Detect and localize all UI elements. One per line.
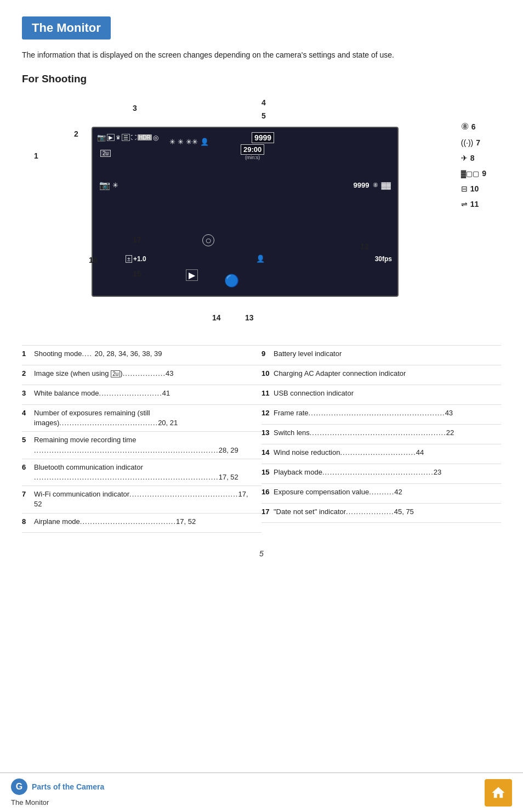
callout-15: 15 xyxy=(133,269,141,278)
callout-16: 16 xyxy=(89,256,98,264)
list-item: 8 Airplane mode.........................… xyxy=(22,513,262,533)
footer: G Parts of the Camera The Monitor xyxy=(0,772,523,812)
home-icon xyxy=(491,785,506,800)
right-panel: ⑧ 6 ((·)) 7 ✈ 8 ▓▢▢ 9 ⊟ 10 ⇌ 11 xyxy=(461,121,486,208)
callout-13: 13 xyxy=(245,313,254,322)
callout-2: 2 xyxy=(74,129,78,138)
title-bar: The Monitor xyxy=(22,16,111,40)
callout-3: 3 xyxy=(133,104,137,112)
list-item: 5 Remaining movie recording time........… xyxy=(22,431,262,458)
list-item: 4 Number of exposures remaining (still i… xyxy=(22,404,262,431)
list-item: 9 Battery level indicator xyxy=(262,345,501,365)
footer-icon: G xyxy=(11,779,27,795)
footer-section-title: The Monitor xyxy=(11,798,104,807)
page-number: 5 xyxy=(22,549,501,558)
footer-link[interactable]: Parts of the Camera xyxy=(32,782,104,791)
intro-text: The information that is displayed on the… xyxy=(22,49,501,61)
callout-1: 1 xyxy=(34,151,38,160)
list-item: 6 Bluetooth communication indicator.....… xyxy=(22,459,262,486)
list-item: 17 "Date not set" indicator.............… xyxy=(262,503,501,523)
home-button[interactable] xyxy=(485,779,512,807)
list-item: 10 Charging AC Adapter connection indica… xyxy=(262,365,501,385)
items-table: 1 Shooting mode.... 20, 28, 34, 36, 38, … xyxy=(22,345,501,533)
list-item: 14 Wind noise reduction.................… xyxy=(262,444,501,464)
callout-5: 5 xyxy=(262,111,266,120)
list-item: 2 Image size (when using 2u)............… xyxy=(22,365,262,385)
left-column: 1 Shooting mode.... 20, 28, 34, 36, 38, … xyxy=(22,345,262,533)
list-item: 12 Frame rate...........................… xyxy=(262,404,501,424)
list-item: 13 Switch lens..........................… xyxy=(262,424,501,444)
right-column: 9 Battery level indicator 10 Charging AC… xyxy=(262,345,501,533)
callout-12: 12 xyxy=(360,242,369,251)
list-item: 3 White balance mode....................… xyxy=(22,385,262,404)
camera-diagram: 📷 ▶ ♛ ☰ ⛶ HDR ◎ 2u ✳ ✳ ✳✳ 👤 9999 xyxy=(26,94,497,330)
list-item: 1 Shooting mode.... 20, 28, 34, 36, 38, … xyxy=(22,345,262,365)
callout-4: 4 xyxy=(262,98,266,107)
page-title: The Monitor xyxy=(32,21,101,35)
footer-left: G Parts of the Camera The Monitor xyxy=(11,779,104,807)
list-item: 11 USB connection indicator xyxy=(262,385,501,404)
list-item: 15 Playback mode........................… xyxy=(262,464,501,483)
section-shooting: For Shooting xyxy=(22,73,501,85)
callout-14: 14 xyxy=(212,313,221,322)
list-item: 16 Exposure compensation value..........… xyxy=(262,483,501,503)
list-item: 7 Wi-Fi communication indicator.........… xyxy=(22,486,262,512)
callout-17: 17 xyxy=(133,235,141,244)
